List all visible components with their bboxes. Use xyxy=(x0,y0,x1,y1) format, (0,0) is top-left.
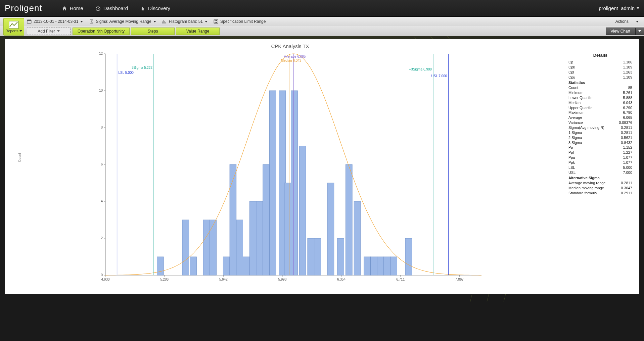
svg-text:Average 6.065: Average 6.065 xyxy=(284,55,306,58)
toolbar: 2013-10-01 - 2014-03-31 Sigma: Average M… xyxy=(0,17,644,26)
histogram-icon xyxy=(162,19,167,24)
main-panel: CPK Analysis TX Count 0246810124.9305.28… xyxy=(5,39,639,294)
details-row: Pp1.152 xyxy=(568,145,632,150)
details-row: Cpu1.109 xyxy=(568,75,632,80)
nav-home-label: Home xyxy=(70,5,83,11)
svg-rect-2 xyxy=(141,8,141,10)
details-row: Ppu1.077 xyxy=(568,155,632,160)
svg-rect-58 xyxy=(263,164,270,275)
svg-rect-50 xyxy=(203,220,210,275)
svg-rect-12 xyxy=(215,20,216,21)
nav-dashboard-label: Dashboard xyxy=(103,5,128,11)
date-range-label: 2013-10-01 - 2014-03-31 xyxy=(34,19,78,24)
details-row: Average6.065 xyxy=(568,115,632,120)
filter-pill[interactable]: Value Range xyxy=(176,28,220,35)
svg-rect-64 xyxy=(308,238,314,275)
add-filter-button[interactable]: Add Filter xyxy=(27,28,71,35)
details-row: Lower Quartile5.888 xyxy=(568,95,632,100)
details-row: Alternative Sigma xyxy=(568,176,632,181)
histogram-bars-selector[interactable]: Histogram bars: 51 xyxy=(162,19,208,24)
top-nav: Proligent Home Dashboard Discovery proli… xyxy=(0,0,644,17)
view-chart-label: View Chart xyxy=(611,29,630,34)
svg-text:6.354: 6.354 xyxy=(337,278,346,281)
svg-rect-15 xyxy=(216,22,217,23)
details-row: LSL5.000 xyxy=(568,165,632,170)
username: proligent_admin xyxy=(599,5,635,11)
details-row: Median moving range0.3047 xyxy=(568,186,632,191)
filter-pill[interactable]: Operation Nth Opportunity xyxy=(73,28,130,35)
sigma-selector[interactable]: Sigma: Average Moving Range xyxy=(89,19,156,24)
svg-rect-65 xyxy=(314,238,321,275)
details-row: 2 Sigma0.5621 xyxy=(568,135,632,140)
svg-rect-3 xyxy=(142,7,143,10)
details-row: Variance0.08376 xyxy=(568,120,632,125)
cpk-chart: 0246810124.9305.2865.6425.9986.3546.7117… xyxy=(25,50,555,285)
caret-down-icon xyxy=(638,30,641,32)
svg-text:LSL 5.000: LSL 5.000 xyxy=(119,71,134,75)
sigma-label: Sigma: Average Moving Range xyxy=(96,19,151,24)
svg-rect-56 xyxy=(249,201,256,275)
details-title: Details xyxy=(568,53,632,58)
caret-down-icon xyxy=(153,21,156,22)
caret-down-icon xyxy=(636,21,639,22)
details-row: Standard formula0.2911 xyxy=(568,191,632,196)
actions-menu[interactable]: Actions xyxy=(615,19,639,24)
svg-text:0: 0 xyxy=(101,273,103,277)
user-menu[interactable]: proligent_admin xyxy=(599,5,639,11)
svg-rect-7 xyxy=(163,21,163,23)
caret-down-icon xyxy=(57,30,60,32)
caret-down-icon xyxy=(637,7,639,9)
nav-home[interactable]: Home xyxy=(56,0,89,17)
svg-text:8: 8 xyxy=(101,126,103,129)
svg-rect-54 xyxy=(236,220,243,275)
svg-rect-11 xyxy=(214,19,218,23)
svg-rect-10 xyxy=(166,22,166,23)
svg-rect-68 xyxy=(346,164,352,275)
date-range-picker[interactable]: 2013-10-01 - 2014-03-31 xyxy=(27,19,83,24)
view-chart-button[interactable]: View Chart xyxy=(606,28,635,35)
svg-rect-59 xyxy=(269,91,276,275)
svg-text:6: 6 xyxy=(101,162,103,166)
view-chart-dropdown[interactable] xyxy=(635,28,644,35)
details-row: Maximum6.790 xyxy=(568,110,632,115)
details-row: Cp1.186 xyxy=(568,60,632,65)
svg-text:10: 10 xyxy=(99,89,103,92)
nav-discovery[interactable]: Discovery xyxy=(134,0,176,17)
spec-limit-selector[interactable]: Specification Limit Range xyxy=(214,19,266,24)
details-row: Minimum5.261 xyxy=(568,90,632,95)
caret-down-icon xyxy=(205,21,208,22)
svg-rect-9 xyxy=(165,21,165,23)
y-axis-label: Count xyxy=(18,153,21,162)
svg-rect-75 xyxy=(405,238,412,275)
svg-text:5.998: 5.998 xyxy=(278,278,286,281)
details-row: Sigma(Avg moving R)0.2811 xyxy=(568,125,632,130)
details-row: Average moving range0.2811 xyxy=(568,181,632,186)
filter-pill[interactable]: Steps xyxy=(131,28,175,35)
svg-rect-69 xyxy=(354,201,361,275)
svg-rect-57 xyxy=(256,201,263,275)
svg-text:4: 4 xyxy=(101,199,103,203)
svg-rect-53 xyxy=(230,164,236,275)
svg-rect-55 xyxy=(243,257,250,275)
details-row: 1 Sigma0.2811 xyxy=(568,130,632,135)
svg-text:5.286: 5.286 xyxy=(160,278,169,281)
calendar-icon xyxy=(27,19,32,24)
svg-text:2: 2 xyxy=(101,236,103,240)
svg-rect-14 xyxy=(215,22,216,23)
details-row: Upper Quartile6.290 xyxy=(568,105,632,110)
svg-rect-13 xyxy=(216,20,217,21)
svg-rect-62 xyxy=(291,91,298,275)
details-row: Count85 xyxy=(568,85,632,90)
svg-text:4.930: 4.930 xyxy=(101,278,109,281)
spec-limit-label: Specification Limit Range xyxy=(220,19,266,24)
caret-down-icon xyxy=(80,21,83,22)
reports-label: Reports xyxy=(5,29,18,33)
svg-rect-72 xyxy=(377,257,384,275)
home-icon xyxy=(62,6,67,11)
chart-area: CPK Analysis TX Count 0246810124.9305.28… xyxy=(5,39,565,294)
reports-button[interactable]: Reports xyxy=(3,18,24,36)
svg-rect-8 xyxy=(164,20,164,23)
chart-icon xyxy=(9,21,19,29)
nav-discovery-label: Discovery xyxy=(148,5,170,11)
nav-dashboard[interactable]: Dashboard xyxy=(89,0,134,17)
